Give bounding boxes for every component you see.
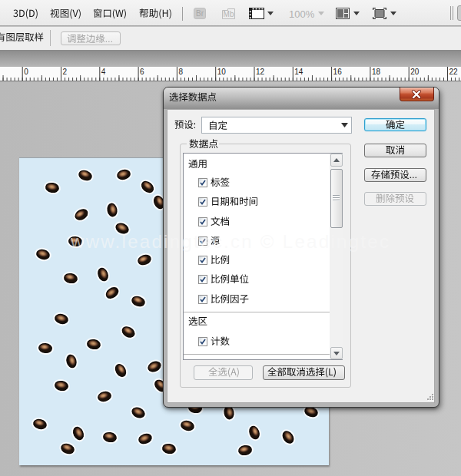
svg-text:0: 0	[24, 68, 28, 76]
svg-text:4: 4	[101, 68, 106, 76]
svg-text:6: 6	[140, 68, 144, 76]
svg-text:10: 10	[217, 68, 227, 76]
svg-text:12: 12	[256, 68, 265, 76]
svg-text:Mb: Mb	[224, 10, 234, 18]
svg-text:14: 14	[294, 68, 303, 76]
svg-text:18: 18	[372, 68, 381, 76]
svg-text:8: 8	[178, 68, 183, 76]
svg-text:20: 20	[410, 68, 420, 76]
svg-text:16: 16	[333, 68, 343, 76]
svg-text:2: 2	[63, 68, 68, 76]
svg-text:22: 22	[449, 68, 459, 76]
